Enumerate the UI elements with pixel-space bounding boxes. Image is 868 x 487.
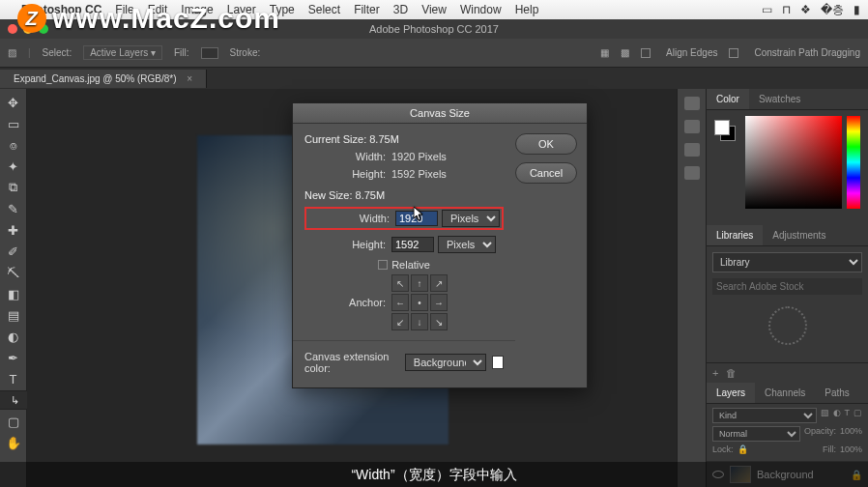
library-dropzone[interactable]: [712, 295, 862, 357]
dodge-tool-icon[interactable]: ◐: [3, 327, 24, 346]
current-width-value: 1920 Pixels: [391, 151, 447, 162]
brush-tool-icon[interactable]: ✐: [3, 242, 24, 261]
rail-info-icon[interactable]: [684, 166, 700, 180]
menu-help[interactable]: Help: [515, 3, 539, 16]
new-width-input[interactable]: [395, 211, 438, 226]
menu-select[interactable]: Select: [308, 3, 340, 16]
layer-kind-select[interactable]: Kind: [712, 408, 817, 423]
ok-button[interactable]: OK: [515, 133, 577, 155]
type-tool-icon[interactable]: T: [3, 369, 24, 388]
tab-paths[interactable]: Paths: [815, 383, 859, 403]
eraser-tool-icon[interactable]: ◧: [3, 284, 24, 303]
filter-type-icon[interactable]: T: [845, 408, 851, 423]
anchor-grid[interactable]: ↖ ↑ ↗ ← • → ↙ ↓ ↘: [391, 274, 448, 330]
align-icon-2[interactable]: ▩: [621, 47, 629, 58]
crop-tool-icon[interactable]: ⧉: [3, 178, 24, 197]
tab-swatches[interactable]: Swatches: [749, 89, 810, 109]
move-tool-icon[interactable]: ✥: [3, 93, 24, 112]
align-edges-checkbox[interactable]: [641, 48, 651, 58]
dropzone-circle-icon: [768, 306, 807, 345]
menu-view[interactable]: View: [421, 3, 447, 16]
dialog-title: Canvas Size: [293, 103, 587, 124]
wand-tool-icon[interactable]: ✦: [3, 157, 24, 176]
anchor-n[interactable]: ↑: [411, 274, 428, 292]
anchor-sw[interactable]: ↙: [391, 313, 409, 330]
options-bar: ▨ | Select: Active Layers ▾ Fill: Stroke…: [0, 39, 868, 68]
eyedropper-tool-icon[interactable]: ✎: [3, 199, 24, 218]
filter-shape-icon[interactable]: ▢: [854, 408, 862, 423]
tab-libraries[interactable]: Libraries: [707, 225, 763, 245]
current-height-value: 1592 Pixels: [391, 168, 447, 180]
menu-3d[interactable]: 3D: [393, 3, 408, 16]
opacity-value[interactable]: 100%: [840, 426, 862, 442]
relative-checkbox[interactable]: [378, 260, 388, 270]
hand-tool-icon[interactable]: ✋: [3, 433, 24, 452]
add-icon[interactable]: +: [712, 367, 718, 379]
document-tab-label: Expand_Canvas.jpg @ 50% (RGB/8*): [14, 73, 177, 84]
menubar-wifi-icon: �층: [821, 2, 844, 18]
relative-label: Relative: [391, 259, 430, 271]
anchor-nw[interactable]: ↖: [391, 274, 409, 292]
tab-channels[interactable]: Channels: [755, 383, 815, 403]
ext-color-swatch[interactable]: [492, 356, 504, 369]
anchor-se[interactable]: ↘: [430, 313, 448, 330]
anchor-w[interactable]: ←: [391, 294, 409, 311]
new-height-unit[interactable]: Pixels: [438, 236, 496, 253]
anchor-c[interactable]: •: [411, 294, 428, 311]
filter-pixel-icon[interactable]: ▧: [821, 408, 829, 423]
hue-slider[interactable]: [847, 116, 860, 209]
gradient-tool-icon[interactable]: ▤: [3, 305, 24, 325]
pen-tool-icon[interactable]: ✒: [3, 348, 24, 367]
opt-select: Select:: [43, 47, 72, 58]
cancel-button[interactable]: Cancel: [515, 162, 577, 184]
menubar-battery-icon: ▮: [854, 3, 860, 16]
stamp-tool-icon[interactable]: ⛏: [3, 263, 24, 282]
close-icon[interactable]: [8, 24, 17, 34]
rail-history-icon[interactable]: [684, 97, 700, 110]
color-picker[interactable]: [745, 116, 842, 209]
anchor-ne[interactable]: ↗: [430, 274, 448, 292]
filter-adj-icon[interactable]: ◐: [833, 408, 841, 423]
lock-all-icon[interactable]: 🔒: [738, 444, 748, 454]
align-icon[interactable]: ▦: [600, 47, 609, 58]
shape-tool-icon[interactable]: ▢: [3, 412, 24, 431]
tab-adjustments[interactable]: Adjustments: [763, 225, 835, 245]
toolbox: ✥ ▭ ⌾ ✦ ⧉ ✎ ✚ ✐ ⛏ ◧ ▤ ◐ ✒ T ↳ ▢ ✋: [0, 89, 27, 487]
current-width-label: Width:: [304, 151, 391, 162]
search-adobe-stock[interactable]: [712, 278, 862, 295]
color-panel: [707, 110, 868, 225]
tab-color[interactable]: Color: [707, 89, 749, 109]
constrain-checkbox[interactable]: [729, 48, 738, 58]
tool-preset-icon[interactable]: ▨: [8, 47, 16, 58]
heal-tool-icon[interactable]: ✚: [3, 220, 24, 240]
blend-mode-select[interactable]: Normal: [712, 426, 800, 442]
close-tab-icon[interactable]: ×: [187, 73, 192, 84]
lock-label: Lock:: [712, 444, 734, 454]
document-tab[interactable]: Expand_Canvas.jpg @ 50% (RGB/8*) ×: [0, 70, 207, 88]
menubar-control-icon: ❖: [800, 3, 811, 16]
lasso-tool-icon[interactable]: ⌾: [3, 135, 24, 155]
watermark: Z www.MacZ.com: [17, 2, 280, 35]
fg-color-swatch[interactable]: [714, 120, 730, 135]
watermark-text: www.MacZ.com: [52, 2, 280, 35]
rail-properties-icon[interactable]: [684, 143, 700, 157]
current-height-label: Height:: [304, 168, 391, 180]
tab-layers[interactable]: Layers: [707, 383, 755, 403]
opt-fill-swatch[interactable]: [201, 47, 218, 59]
new-height-input[interactable]: [391, 237, 434, 252]
menu-filter[interactable]: Filter: [354, 3, 380, 16]
trash-icon[interactable]: 🗑: [726, 367, 737, 379]
new-width-unit[interactable]: Pixels: [442, 210, 500, 227]
library-select[interactable]: Library: [712, 252, 862, 272]
menu-window[interactable]: Window: [460, 3, 502, 16]
rail-actions-icon[interactable]: [684, 120, 700, 133]
anchor-s[interactable]: ↓: [411, 313, 428, 330]
anchor-e[interactable]: →: [430, 294, 448, 311]
marquee-tool-icon[interactable]: ▭: [3, 114, 24, 133]
ext-color-select[interactable]: Background: [405, 354, 486, 371]
fill-value[interactable]: 100%: [840, 444, 862, 454]
new-size-label: New Size: 8.75M: [304, 189, 504, 201]
app-title: Adobe Photoshop CC 2017: [369, 23, 499, 35]
opt-active-layers[interactable]: Active Layers ▾: [83, 45, 162, 60]
new-width-label: Width:: [308, 213, 395, 224]
